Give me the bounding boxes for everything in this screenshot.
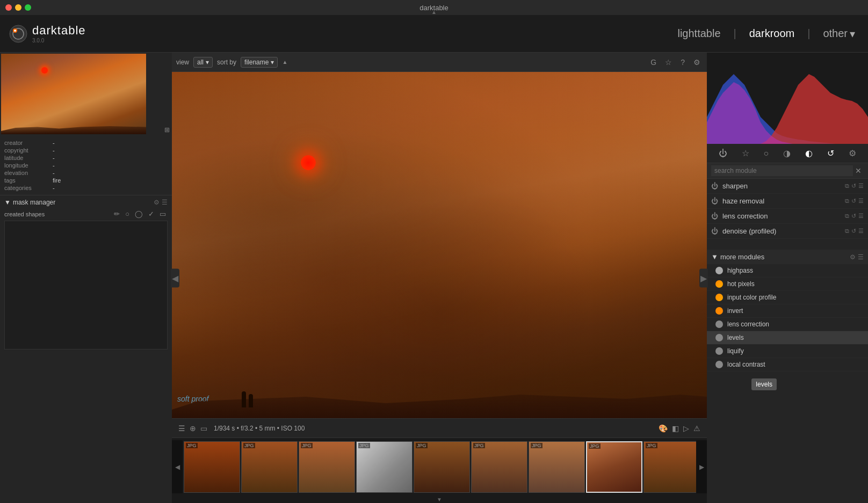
mask-manager-header: ▼ mask manager ⚙ ☰ — [4, 199, 168, 206]
filmstrip-item-6[interactable]: JPG — [529, 441, 585, 493]
left-panel-toggle[interactable]: ◀ — [171, 268, 179, 287]
preview-hills — [1, 118, 146, 134]
more-module-invert[interactable]: invert — [707, 304, 868, 318]
mask-manager-menu-icon[interactable]: ☰ — [162, 199, 168, 206]
module-power-1[interactable]: ⏻ — [711, 197, 718, 205]
module-item-lens-correction[interactable]: ⏻ lens correction ⧉ ↺ ☰ — [707, 209, 868, 224]
more-modules-header[interactable]: ▼ more modules ⚙ ☰ — [707, 250, 868, 264]
module-reset-3[interactable]: ↺ — [851, 228, 856, 235]
main-area: ⊞ creator - copyright - latitude - longi… — [0, 53, 868, 503]
close-button[interactable] — [5, 4, 12, 11]
meta-row-creator: creator - — [4, 139, 168, 147]
filmstrip-scroll-right[interactable]: ▶ — [696, 440, 707, 493]
module-menu-2[interactable]: ☰ — [858, 213, 864, 220]
nav-other[interactable]: other ▾ — [819, 25, 859, 42]
module-item-haze-removal[interactable]: ⏻ haze removal ⧉ ↺ ☰ — [707, 194, 868, 209]
more-module-icon-5 — [715, 334, 723, 341]
warning-icon[interactable]: ⚠ — [693, 424, 700, 433]
module-copy-1[interactable]: ⧉ — [845, 198, 849, 205]
filmstrip-item-0[interactable]: JPG — [184, 441, 240, 493]
module-reset-1[interactable]: ↺ — [851, 198, 856, 205]
more-module-input-color-profile[interactable]: input color profile — [707, 291, 868, 304]
menu-icon[interactable]: ☰ — [178, 424, 185, 433]
more-module-hot-pixels[interactable]: hot pixels — [707, 278, 868, 291]
filmstrip-item-8[interactable]: JPG — [643, 441, 696, 493]
module-copy-3[interactable]: ⧉ — [845, 228, 849, 235]
minimize-button[interactable] — [15, 4, 21, 11]
filmstrip-item-3[interactable]: JPG — [356, 441, 413, 493]
grid-icon[interactable]: G — [648, 57, 659, 68]
module-power-3[interactable]: ⏻ — [711, 227, 718, 235]
settings-icon[interactable]: ⚙ — [691, 57, 703, 68]
nav-darkroom[interactable]: darkroom — [745, 25, 799, 42]
power-all-icon[interactable]: ⏻ — [715, 148, 730, 159]
more-module-lens-correction[interactable]: lens correction — [707, 318, 868, 331]
more-modules-arrow: ▼ — [711, 253, 718, 261]
main-image-container[interactable]: soft proof — [172, 72, 707, 418]
expand-preview-button[interactable]: ⊞ — [164, 126, 170, 134]
meta-creator-value: - — [53, 140, 55, 146]
module-power-2[interactable]: ⏻ — [711, 212, 718, 220]
window-controls — [5, 4, 31, 11]
module-copy-0[interactable]: ⧉ — [845, 183, 849, 189]
color-picker-icon[interactable]: 🎨 — [659, 424, 668, 433]
module-item-denoise-(profiled)[interactable]: ⏻ denoise (profiled) ⧉ ↺ ☰ — [707, 224, 868, 239]
search-module-clear-icon[interactable]: ✕ — [853, 165, 864, 176]
module-reset-2[interactable]: ↺ — [851, 213, 856, 220]
gear-icon[interactable]: ⚙ — [845, 147, 859, 159]
half-circle-icon[interactable]: ◑ — [780, 147, 794, 159]
display-icon[interactable]: ▭ — [200, 424, 207, 433]
right-panel-toggle[interactable]: ▶ — [699, 268, 708, 287]
mask-manager-arrow[interactable]: ▼ — [4, 199, 11, 206]
filmstrip-item-1[interactable]: JPG — [241, 441, 298, 493]
search-module-input[interactable] — [711, 165, 853, 176]
center-area: view all ▾ sort by filename ▾ ▲ G ☆ ? ⚙ … — [172, 53, 707, 503]
filmstrip-bottom-arrow[interactable]: ▼ — [172, 495, 707, 503]
brush-shape-tool[interactable]: ✓ — [147, 209, 156, 218]
sort-select[interactable]: filename ▾ — [241, 57, 278, 68]
more-module-liquify[interactable]: liquify — [707, 345, 868, 358]
nav-lighttable[interactable]: lighttable — [673, 25, 725, 42]
refresh-icon[interactable]: ↺ — [824, 147, 837, 159]
overexpose-icon[interactable]: ◧ — [672, 424, 679, 433]
module-item-sharpen[interactable]: ⏻ sharpen ⧉ ↺ ☰ — [707, 179, 868, 194]
compare-icon[interactable]: ⊕ — [190, 424, 196, 433]
filmstrip-item-7[interactable]: JPG — [586, 441, 642, 493]
edit-shape-tool[interactable]: ✏ — [112, 209, 121, 218]
rect-shape-tool[interactable]: ▭ — [158, 209, 168, 218]
module-power-0[interactable]: ⏻ — [711, 182, 718, 190]
circle-shape-tool[interactable]: ○ — [124, 209, 131, 218]
meta-row-tags: tags fire — [4, 177, 168, 184]
darktable-logo — [9, 24, 28, 43]
presets-icon[interactable]: ☆ — [739, 147, 753, 159]
smoke-overlay — [172, 72, 707, 418]
maximize-button[interactable] — [25, 4, 31, 11]
mask-manager-label: mask manager — [13, 199, 55, 206]
more-module-name-3: invert — [727, 307, 743, 315]
module-menu-0[interactable]: ☰ — [858, 183, 864, 189]
circle-mode-icon[interactable]: ○ — [761, 148, 772, 159]
ellipse-shape-tool[interactable]: ◯ — [133, 209, 144, 218]
more-modules-menu-icon[interactable]: ☰ — [858, 253, 864, 261]
more-module-highpass[interactable]: highpass — [707, 264, 868, 278]
filmstrip-item-4[interactable]: JPG — [414, 441, 470, 493]
more-module-icon-7 — [715, 361, 723, 368]
filmstrip-item-2[interactable]: JPG — [299, 441, 355, 493]
meta-row-latitude: latitude - — [4, 154, 168, 162]
softproof-icon[interactable]: ▷ — [683, 424, 689, 433]
module-menu-3[interactable]: ☰ — [858, 228, 864, 235]
module-menu-1[interactable]: ☰ — [858, 198, 864, 205]
view-select[interactable]: all ▾ — [193, 57, 213, 68]
color-icon[interactable]: ◐ — [802, 147, 816, 159]
more-module-levels[interactable]: levels — [707, 331, 868, 345]
more-module-local-contrast[interactable]: local contrast — [707, 358, 868, 371]
filmstrip-scroll-left[interactable]: ◀ — [172, 440, 183, 493]
help-icon[interactable]: ? — [678, 57, 687, 68]
star-icon[interactable]: ☆ — [663, 57, 674, 68]
mask-manager-settings-icon[interactable]: ⚙ — [154, 199, 160, 206]
more-modules-settings-icon[interactable]: ⚙ — [850, 253, 856, 261]
sort-order-toggle[interactable]: ▲ — [282, 59, 287, 65]
filmstrip-item-5[interactable]: JPG — [471, 441, 527, 493]
module-copy-2[interactable]: ⧉ — [845, 213, 849, 220]
module-reset-0[interactable]: ↺ — [851, 183, 856, 189]
